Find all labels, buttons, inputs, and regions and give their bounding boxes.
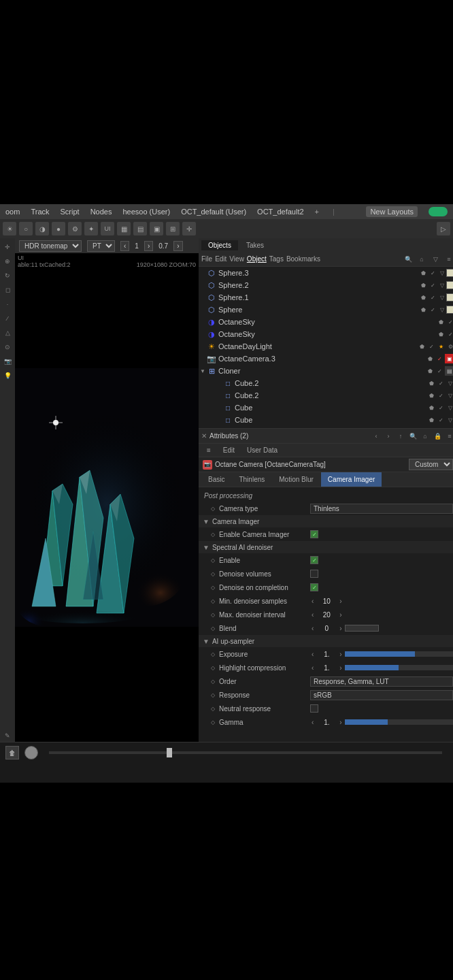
obj-cloner[interactable]: ▼ ⊞ Cloner ⬟ ✓ ▤ xyxy=(199,365,453,377)
tool-filled-icon[interactable]: ● xyxy=(52,222,65,235)
checkbox-neutral-resp[interactable] xyxy=(310,704,318,713)
max-den-inc[interactable]: › xyxy=(338,611,343,619)
camera-imager-section[interactable]: ▼ Camera Imager xyxy=(199,515,453,527)
menu-item-script[interactable]: Script xyxy=(61,208,80,216)
tool-star-icon[interactable]: ✦ xyxy=(84,222,98,235)
min-den-dec[interactable]: ‹ xyxy=(310,598,315,605)
obj-cubeb[interactable]: □ Cube ⬟ ✓ ▽ xyxy=(199,414,453,426)
attr-home-icon[interactable]: ⌂ xyxy=(420,431,430,441)
obj-sphere[interactable]: ⬡ Sphere ⬟ ✓ ▽ xyxy=(199,304,453,316)
objects-menu-tags[interactable]: Tags xyxy=(269,255,284,263)
hl-comp-dec[interactable]: ‹ xyxy=(310,664,315,672)
exposure-inc[interactable]: › xyxy=(338,651,343,658)
hl-comp-inc[interactable]: › xyxy=(338,664,343,672)
close-attrs-icon[interactable]: ✕ xyxy=(201,432,207,440)
max-den-dec[interactable]: ‹ xyxy=(310,611,315,619)
obj-sphere3[interactable]: ⬡ Sphere.3 ⬟ ✓ ▽ xyxy=(199,267,453,279)
search-icon[interactable]: 🔍 xyxy=(403,254,414,265)
tool-grid2-icon[interactable]: ▤ xyxy=(133,222,147,235)
menu-item-zoom[interactable]: oom xyxy=(5,208,20,216)
prev-page-button[interactable]: ‹ xyxy=(120,241,129,251)
tool-sun-icon[interactable]: ☀ xyxy=(3,222,16,235)
obj-sphere1[interactable]: ⬡ Sphere.1 ⬟ ✓ ▽ xyxy=(199,291,453,304)
sidebar-icon-scale[interactable]: ⊕ xyxy=(1,255,14,267)
settings-icon[interactable]: ≡ xyxy=(443,254,453,265)
menu-item-nodes[interactable]: Nodes xyxy=(90,208,112,216)
obj-cubea[interactable]: □ Cube ⬟ ✓ ▽ xyxy=(199,402,453,414)
timeline-trash-icon[interactable]: 🗑 xyxy=(5,746,19,760)
tool-ui-icon[interactable]: UI xyxy=(101,222,114,235)
objects-menu-edit[interactable]: Edit xyxy=(215,255,227,263)
camera-type-dropdown[interactable]: Thinlens xyxy=(310,504,453,514)
objects-menu-view[interactable]: View xyxy=(229,255,244,263)
obj-cube2b[interactable]: □ Cube.2 ⬟ ✓ ▽ xyxy=(199,389,453,402)
sidebar-icon-edges[interactable]: ∕ xyxy=(1,312,14,325)
subtab-cameraimager[interactable]: Camera Imager xyxy=(321,472,382,487)
menu-item-user3[interactable]: OCT_default2 xyxy=(257,208,303,216)
timeline-circle-icon[interactable] xyxy=(24,746,38,760)
sidebar-icon-rotate[interactable]: ↻ xyxy=(1,270,14,282)
subtab-thinlens[interactable]: Thinlens xyxy=(232,472,271,487)
order-dropdown[interactable]: Response, Gamma, LUT xyxy=(310,676,453,687)
checkbox-enable-ci[interactable]: ✓ xyxy=(310,530,318,538)
attr-lock-icon[interactable]: 🔒 xyxy=(433,431,442,441)
attr-prev-icon[interactable]: ‹ xyxy=(371,431,381,441)
attr-settings-icon[interactable]: ≡ xyxy=(445,431,453,441)
min-den-inc[interactable]: › xyxy=(338,598,343,605)
response-dropdown[interactable]: sRGB xyxy=(310,690,453,700)
objects-menu-bookmarks[interactable]: Bookmarks xyxy=(286,255,320,263)
sidebar-icon-cursor[interactable]: ✎ xyxy=(1,730,14,742)
sidebar-icon-globe[interactable]: ⊙ xyxy=(1,341,14,353)
next-page-button[interactable]: › xyxy=(144,241,153,251)
sidebar-icon-move[interactable]: ✛ xyxy=(1,241,14,253)
tool-circle-icon[interactable]: ○ xyxy=(19,222,33,235)
custom-dropdown[interactable]: Custom xyxy=(409,459,453,470)
obj-sphere2[interactable]: ⬡ Sphere.2 ⬟ ✓ ▽ xyxy=(199,279,453,291)
objects-menu-file[interactable]: File xyxy=(201,255,212,263)
filter-icon[interactable]: ▽ xyxy=(430,254,441,265)
attr-next-icon[interactable]: › xyxy=(384,431,393,441)
menu-item-track[interactable]: Track xyxy=(31,208,49,216)
blend-inc[interactable]: › xyxy=(338,625,343,632)
blend-dec[interactable]: ‹ xyxy=(310,625,315,632)
tool-grid3-icon[interactable]: ▣ xyxy=(150,222,163,235)
tool-halfcircle-icon[interactable]: ◑ xyxy=(35,222,49,235)
tab-objects[interactable]: Objects xyxy=(201,240,238,250)
obj-octanedaylight[interactable]: ☀ OctaneDayLight ⬟ ✓ ★ ⚙ xyxy=(199,340,453,353)
zoom-out-button[interactable]: › xyxy=(173,241,182,251)
render-mode-dropdown[interactable]: PT xyxy=(87,240,115,252)
timeline-bar[interactable] xyxy=(49,751,442,754)
ai-upsampler-section[interactable]: ▼ AI up-sampler xyxy=(199,635,453,647)
obj-octanesky2[interactable]: ◑ OctaneSky ⬟ ✓ xyxy=(199,328,453,340)
tonemap-dropdown[interactable]: HDR tonemap xyxy=(19,240,82,252)
menu-item-user2[interactable]: OCT_default (User) xyxy=(181,208,246,216)
tab-mode[interactable]: ≡ xyxy=(201,445,216,455)
obj-octanecamera3[interactable]: 📷 OctaneCamera.3 ⬟ ✓ ▣ xyxy=(199,353,453,365)
expand-icon9[interactable]: ▼ xyxy=(199,365,207,377)
exposure-dec[interactable]: ‹ xyxy=(310,651,315,658)
sidebar-icon-poly[interactable]: △ xyxy=(1,327,14,339)
tab-edit[interactable]: Edit xyxy=(218,445,240,455)
sidebar-icon-select[interactable]: ◻ xyxy=(1,284,14,296)
obj-cube2a[interactable]: □ Cube.2 ⬟ ✓ ▽ xyxy=(199,377,453,389)
subtab-basic[interactable]: Basic xyxy=(201,472,231,487)
viewport[interactable]: UI able:11 txCached:2 1920×1080 ZOOM:70 xyxy=(15,253,199,742)
checkbox-denoise-vol[interactable] xyxy=(310,570,318,578)
tool-gear-icon[interactable]: ⚙ xyxy=(68,222,82,235)
sidebar-icon-camera[interactable]: 📷 xyxy=(1,355,14,368)
layout-toggle[interactable] xyxy=(429,207,448,216)
sidebar-icon-light[interactable]: 💡 xyxy=(1,370,14,382)
tool-arrow-icon[interactable]: ▷ xyxy=(437,222,450,235)
attr-search-icon[interactable]: 🔍 xyxy=(408,431,418,441)
tab-userdata[interactable]: User Data xyxy=(241,445,283,455)
checkbox-spectral-enable[interactable]: ✓ xyxy=(310,556,318,564)
objects-menu-object[interactable]: Object xyxy=(247,255,267,263)
gamma-dec[interactable]: ‹ xyxy=(310,719,315,726)
attr-up-icon[interactable]: ↑ xyxy=(396,431,405,441)
tab-takes[interactable]: Takes xyxy=(239,240,271,250)
obj-octanesky[interactable]: ◑ OctaneSky ⬟ ✓ xyxy=(199,316,453,328)
menu-plus-icon[interactable]: + xyxy=(315,208,319,216)
subtab-motionblur[interactable]: Motion Blur xyxy=(272,472,320,487)
gamma-inc[interactable]: › xyxy=(338,719,343,726)
tool-move-icon[interactable]: ✛ xyxy=(182,222,196,235)
